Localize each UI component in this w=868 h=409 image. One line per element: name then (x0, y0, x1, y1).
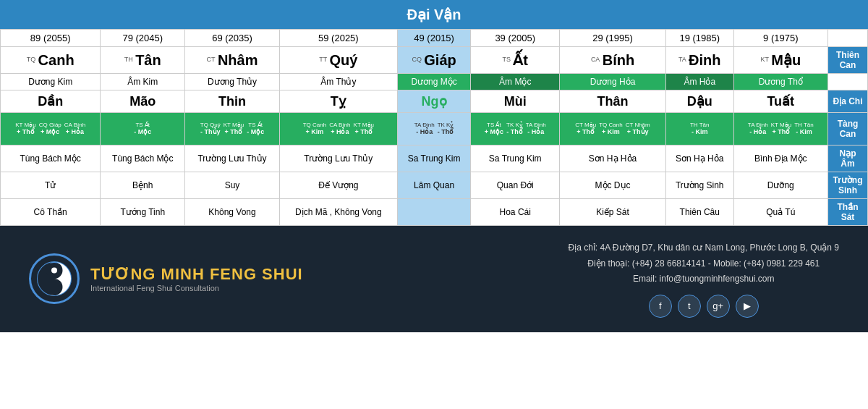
label-dia-chi: Địa Chi (828, 90, 868, 113)
than-sat-row: Cô Thần Tướng Tinh Không Vong Dịch Mã , … (1, 199, 868, 226)
dia-chi-row: Dần Mão Thin Tỵ Ngọ Mùi Thân Dậu Tuất Đị… (1, 90, 868, 113)
elem-col-8: Âm Hỏa (665, 74, 733, 90)
tuoi-col-6: 39 (2005) (471, 30, 560, 47)
truong-sinh-col-2: Bệnh (101, 172, 185, 199)
than-sat-col-4: Dịch Mã , Không Vong (279, 199, 397, 226)
nap-am-col-9: Bình Địa Mộc (733, 146, 827, 172)
elem-col-4: Âm Thủy (279, 74, 397, 90)
tuoi-col-2: 79 (2045) (101, 30, 185, 47)
footer-contact: Địa chỉ: 4A Đường D7, Khu dân cư Nam Lon… (568, 240, 839, 318)
nap-am-col-4: Trường Lưu Thủy (279, 146, 397, 172)
thien-can-col-6: TS Ất (471, 47, 560, 74)
youtube-button[interactable]: ▶ (736, 295, 759, 318)
footer-brand: TƯƠNG MINH FENG SHUI International Feng … (90, 265, 303, 292)
nap-am-col-2: Tùng Bách Mộc (101, 146, 185, 172)
elem-col-1: Dương Kim (1, 74, 101, 90)
nap-am-col-7: Sơn Hạ Hỏa (560, 146, 666, 172)
footer-logo: TƯƠNG MINH FENG SHUI International Feng … (29, 253, 303, 304)
label-thien-can: Thiên Can (828, 47, 868, 74)
dia-chi-col-6: Mùi (471, 90, 560, 113)
nap-am-row: Tùng Bách Mộc Tùng Bách Mộc Trường Lưu T… (1, 146, 868, 172)
footer-address: Địa chỉ: 4A Đường D7, Khu dân cư Nam Lon… (568, 240, 839, 256)
thien-can-col-3: CT Nhâm (185, 47, 280, 74)
nap-am-col-1: Tùng Bách Mộc (1, 146, 101, 172)
twitter-button[interactable]: t (678, 295, 701, 318)
element-row: Dương Kim Âm Kim Dương Thủy Âm Thủy Dươn… (1, 74, 868, 90)
truong-sinh-col-7: Mộc Dục (560, 172, 666, 199)
elem-col-9: Dương Thổ (733, 74, 827, 90)
thien-can-col-4: TT Quý (279, 47, 397, 74)
dia-chi-col-8: Dậu (665, 90, 733, 113)
elem-col-7: Dương Hỏa (560, 74, 666, 90)
nap-am-col-5: Sa Trung Kim (397, 146, 471, 172)
dia-chi-col-1: Dần (1, 90, 101, 113)
footer-social: f t g+ ▶ (568, 295, 839, 318)
nap-am-col-6: Sa Trung Kim (471, 146, 560, 172)
label-tuoi: Tuổi (828, 30, 868, 47)
dia-chi-col-7: Thân (560, 90, 666, 113)
tang-can-col-8: TH Tân - Kim (665, 113, 733, 146)
than-sat-col-2: Tướng Tinh (101, 199, 185, 226)
label-nap-am: Nạp Âm (828, 146, 868, 172)
nap-am-col-8: Sơn Hạ Hỏa (665, 146, 733, 172)
tuoi-col-4: 59 (2025) (279, 30, 397, 47)
facebook-button[interactable]: f (649, 295, 672, 318)
nap-am-col-3: Trường Lưu Thủy (185, 146, 280, 172)
truong-sinh-col-9: Dưỡng (733, 172, 827, 199)
footer-email: Email: info@tuongminhfengshui.com (568, 271, 839, 287)
label-than-sat: Thần Sát (828, 199, 868, 226)
tang-can-col-4: TQ Canh + Kim CA Bính + Hỏa KT Mậu + Thổ (279, 113, 397, 146)
google-plus-button[interactable]: g+ (707, 295, 730, 318)
tang-can-col-3: TQ Quý - Thủy KT Mậu + Thổ TS Ất - Mộc (185, 113, 280, 146)
elem-col-5: Dương Mộc (397, 74, 471, 90)
label-tang-can: Tàng Can (828, 113, 868, 146)
label-element (828, 74, 868, 90)
than-sat-col-7: Kiếp Sát (560, 199, 666, 226)
tang-can-row: KT Mậu + Thổ CQ Giáp + Mộc CA Bính + Hỏa… (1, 113, 868, 146)
dia-chi-col-5: Ngọ (397, 90, 471, 113)
than-sat-col-1: Cô Thần (1, 199, 101, 226)
thien-can-col-8: TA Đinh (665, 47, 733, 74)
truong-sinh-row: Tử Bệnh Suy Đế Vượng Lâm Quan Quan Đới M… (1, 172, 868, 199)
than-sat-col-5 (397, 199, 471, 226)
thien-can-col-1: TQ Canh (1, 47, 101, 74)
tuoi-col-5: 49 (2015) (397, 30, 471, 47)
truong-sinh-col-1: Tử (1, 172, 101, 199)
brand-logo-circle (29, 253, 80, 304)
thien-can-col-9: KT Mậu (733, 47, 827, 74)
tang-can-col-9: TA Đinh - Hỏa KT Mậu + Thổ TH Tân - Kim (733, 113, 827, 146)
tang-can-col-5: TA Đinh - Hỏa TK Kỷ - Thổ (397, 113, 471, 146)
brand-name: TƯƠNG MINH FENG SHUI (90, 265, 303, 284)
thien-can-col-7: CA Bính (560, 47, 666, 74)
than-sat-col-9: Quả Tú (733, 199, 827, 226)
footer-phone: Điện thoại: (+84) 28 66814141 - Mobile: … (568, 256, 839, 272)
tuoi-row: 89 (2055) 79 (2045) 69 (2035) 59 (2025) … (1, 30, 868, 47)
dia-chi-col-2: Mão (101, 90, 185, 113)
brand-sub: International Feng Shui Consultation (90, 284, 303, 292)
dia-chi-col-4: Tỵ (279, 90, 397, 113)
dia-chi-col-3: Thin (185, 90, 280, 113)
truong-sinh-col-6: Quan Đới (471, 172, 560, 199)
truong-sinh-col-8: Trường Sinh (665, 172, 733, 199)
than-sat-col-8: Thiên Câu (665, 199, 733, 226)
than-sat-col-3: Không Vong (185, 199, 280, 226)
tang-can-col-1: KT Mậu + Thổ CQ Giáp + Mộc CA Bính + Hỏa (1, 113, 101, 146)
tuoi-col-8: 19 (1985) (665, 30, 733, 47)
thien-can-col-2: TH Tân (101, 47, 185, 74)
tuoi-col-3: 69 (2035) (185, 30, 280, 47)
than-sat-col-6: Hoa Cái (471, 199, 560, 226)
tuoi-col-7: 29 (1995) (560, 30, 666, 47)
thien-can-col-5: CQ Giáp (397, 47, 471, 74)
footer: TƯƠNG MINH FENG SHUI International Feng … (0, 226, 868, 332)
dia-chi-col-9: Tuất (733, 90, 827, 113)
label-truong-sinh: Trường Sinh (828, 172, 868, 199)
elem-col-3: Dương Thủy (185, 74, 280, 90)
tuoi-col-1: 89 (2055) (1, 30, 101, 47)
tang-can-col-2: TS Ất - Mộc (101, 113, 185, 146)
truong-sinh-col-4: Đế Vượng (279, 172, 397, 199)
tang-can-col-6: TS Ất + Mộc TK Kỷ - Thổ TA Đinh - Hỏa (471, 113, 560, 146)
thien-can-row: TQ Canh TH Tân CT Nhâm TT Quý CQ Giáp TS… (1, 47, 868, 74)
svg-point-1 (51, 268, 57, 274)
main-table: 89 (2055) 79 (2045) 69 (2035) 59 (2025) … (0, 29, 868, 226)
elem-col-6: Âm Mộc (471, 74, 560, 90)
